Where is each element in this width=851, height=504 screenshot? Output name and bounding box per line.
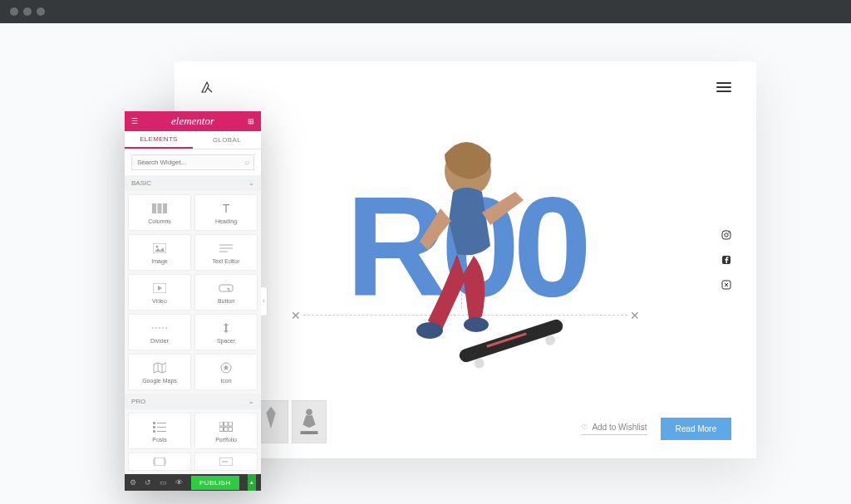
widget-spacer[interactable]: Spacer [194,314,258,350]
spacer-icon [220,321,232,335]
widget-label: Heading [215,218,237,224]
widget-posts[interactable]: Posts [128,413,191,449]
widget-label: Spacer [217,338,235,344]
instagram-icon[interactable] [721,230,731,240]
widget-label: Image [151,258,167,264]
widget-label: Divider [150,338,169,344]
widget-button[interactable]: Button [194,274,258,311]
menu-icon[interactable] [716,82,731,92]
thumbnail-strip [253,400,327,443]
hero-image[interactable] [362,113,569,370]
panel-brand: elementor [171,115,214,128]
columns-icon [152,202,167,215]
tab-global[interactable]: GLOBAL [193,131,261,149]
widget-video[interactable]: Video [128,274,191,311]
svg-rect-7 [722,231,730,239]
image-icon [153,242,166,255]
svg-rect-36 [224,422,229,426]
posts-icon [153,420,166,433]
thumbnail[interactable] [292,400,327,443]
svg-rect-40 [229,427,233,431]
browser-chrome [0,0,851,23]
hero-section: ✕ ✕ R00 [175,103,756,392]
svg-rect-39 [224,427,229,431]
chevron-down-icon: ⌄ [248,398,254,405]
hamburger-icon[interactable]: ☰ [131,117,138,125]
widget-label: Button [218,298,234,304]
add-to-wishlist-link[interactable]: ♡ Add to Wishlist [581,423,647,435]
window-dot [23,7,32,16]
widget-slides[interactable] [128,453,191,471]
widget-label: Columns [148,218,171,224]
widget-label: Google Maps [142,378,177,384]
widget-text-editor[interactable]: Text Editor [194,234,258,271]
widget-icon[interactable]: Icon [194,354,258,390]
search-input[interactable] [131,154,254,170]
panel-header: ☰ elementor ⊞ [125,111,261,131]
window-dot [37,7,45,16]
heading-icon: T [219,202,233,215]
svg-text:T: T [223,203,230,214]
portfolio-icon [219,420,233,433]
form-icon [219,455,233,468]
facebook-icon[interactable] [721,255,731,265]
svg-rect-15 [301,431,318,434]
svg-rect-38 [219,427,224,431]
widget-grid-basic: Columns THeading Image Text Editor Video… [125,191,261,394]
search-icon[interactable]: ⌕ [245,158,249,166]
page-canvas[interactable]: ✕ ✕ R00 [175,61,756,458]
svg-point-1 [416,322,443,339]
star-icon [220,361,232,374]
svg-rect-20 [153,243,166,253]
section-header-basic[interactable]: BASIC ⌄ [125,175,261,191]
tab-elements[interactable]: ELEMENTS [125,131,193,149]
widget-google-maps[interactable]: Google Maps [128,354,191,390]
slides-icon [153,455,166,468]
widget-heading[interactable]: THeading [194,194,258,231]
widget-portfolio[interactable]: Portfolio [194,413,258,449]
svg-rect-16 [152,203,156,213]
svg-rect-29 [153,422,155,424]
widget-image[interactable]: Image [128,234,191,271]
section-title: PRO [131,398,145,405]
preview-icon[interactable]: 👁 [175,478,183,487]
svg-point-2 [464,317,489,332]
widget-label: Posts [152,437,167,443]
svg-rect-31 [153,430,155,433]
widget-divider[interactable]: Divider [128,314,191,350]
svg-point-9 [728,232,729,232]
site-logo[interactable] [199,80,214,95]
publish-button[interactable]: PUBLISH [191,476,239,490]
guide-cross-icon: ✕ [630,309,640,322]
window-dot [10,7,18,16]
elementor-panel: ☰ elementor ⊞ ELEMENTS GLOBAL ⌕ BASIC ⌄ … [125,111,261,491]
panel-collapse-handle[interactable]: ‹ [261,286,268,316]
settings-icon[interactable]: ⚙ [130,478,136,487]
widget-label: Video [152,298,167,304]
social-rail [721,230,731,290]
chevron-down-icon: ⌄ [248,179,254,187]
heart-icon: ♡ [581,423,588,432]
svg-point-14 [306,409,312,416]
history-icon[interactable]: ↺ [145,478,151,487]
video-icon [153,281,166,295]
social-icon[interactable] [721,280,731,290]
widget-label: Text Editor [212,258,239,264]
widget-columns[interactable]: Columns [128,194,191,231]
map-icon [153,361,166,374]
read-more-button[interactable]: Read More [661,418,731,440]
responsive-icon[interactable]: ▭ [160,478,167,487]
grid-icon[interactable]: ⊞ [248,117,254,125]
section-header-pro[interactable]: PRO ⌄ [125,394,261,409]
svg-point-21 [156,245,159,247]
publish-options-button[interactable]: ▴ [248,474,256,491]
svg-rect-30 [153,426,155,428]
svg-rect-37 [229,422,233,426]
svg-rect-17 [158,203,162,213]
svg-rect-26 [219,285,233,291]
widget-label: Icon [220,378,231,384]
wishlist-label: Add to Wishlist [592,423,647,432]
section-title: BASIC [131,179,151,187]
widget-form[interactable] [194,453,258,471]
button-icon [219,281,234,295]
